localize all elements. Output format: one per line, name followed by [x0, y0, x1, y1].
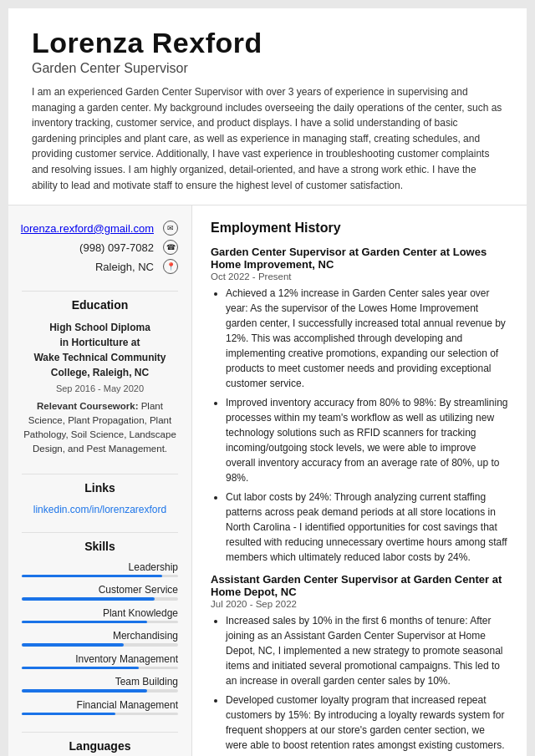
job-bullets: Achieved a 12% increase in Garden Center… [211, 286, 508, 565]
job-title: Garden Center Supervisor at Garden Cente… [211, 246, 508, 271]
skill-item: Customer Service [22, 584, 178, 601]
contact-phone-row: (998) 097-7082 ☎ [22, 240, 178, 255]
coursework: Relevant Coursework: Plant Science, Plan… [22, 399, 178, 457]
education-title: Education [22, 298, 178, 312]
job-bullets: Increased sales by 10% in the first 6 mo… [211, 613, 508, 756]
candidate-summary: I am an experienced Garden Center Superv… [32, 84, 503, 193]
skills-section: Skills Leadership Customer Service Plant… [22, 540, 178, 716]
job-bullet: Increased sales by 10% in the first 6 mo… [226, 613, 508, 688]
contact-section: lorenza.rexford@gmail.com ✉ (998) 097-70… [22, 221, 178, 274]
skill-bar-fill [22, 597, 155, 601]
skill-label: Financial Management [22, 699, 178, 711]
phone-text: (998) 097-7082 [79, 241, 154, 254]
candidate-job-title: Garden Center Supervisor [32, 61, 503, 76]
job-dates: Oct 2022 - Present [211, 271, 508, 282]
skill-item: Team Building [22, 676, 178, 693]
skills-title: Skills [22, 540, 178, 553]
job-block: Assistant Garden Center Supervisor at Ga… [211, 573, 508, 756]
skill-item: Financial Management [22, 699, 178, 716]
header-section: Lorenza Rexford Garden Center Supervisor… [8, 8, 527, 205]
skill-bar-bg [22, 689, 178, 693]
education-block: High School Diplomain Horticulture atWak… [22, 320, 178, 457]
divider-1 [22, 291, 178, 292]
skill-label: Merchandising [22, 630, 178, 642]
skill-item: Leadership [22, 561, 178, 578]
linkedin-link[interactable]: linkedin.com/in/lorenzarexford [33, 504, 166, 515]
degree-text: High School Diplomain Horticulture atWak… [33, 322, 166, 378]
job-bullet: Achieved a 12% increase in Garden Center… [226, 286, 508, 391]
edu-dates: Sep 2016 - May 2020 [22, 382, 178, 396]
job-block: Garden Center Supervisor at Garden Cente… [211, 246, 508, 565]
location-icon: 📍 [163, 259, 178, 274]
skill-item: Merchandising [22, 630, 178, 647]
resume-container: Lorenza Rexford Garden Center Supervisor… [8, 8, 527, 756]
skill-bar-fill [22, 643, 124, 647]
links-section: Links linkedin.com/in/lorenzarexford [22, 481, 178, 515]
skill-bar-fill [22, 621, 147, 624]
languages-section: Languages English [22, 739, 178, 756]
phone-icon: ☎ [163, 240, 178, 255]
skill-bar-bg [22, 643, 178, 647]
divider-3 [22, 532, 178, 533]
skill-bar-bg [22, 575, 178, 578]
skill-label: Inventory Management [22, 653, 178, 665]
jobs-list: Garden Center Supervisor at Garden Cente… [211, 246, 508, 756]
skill-bar-bg [22, 597, 178, 601]
skill-bar-fill [22, 667, 139, 670]
contact-email-row: lorenza.rexford@gmail.com ✉ [22, 221, 178, 236]
skill-label: Leadership [22, 561, 178, 573]
skill-item: Plant Knowledge [22, 607, 178, 624]
skill-bar-bg [22, 667, 178, 670]
divider-2 [22, 474, 178, 474]
links-title: Links [22, 481, 178, 495]
email-icon: ✉ [163, 221, 178, 236]
skill-label: Customer Service [22, 584, 178, 596]
job-dates: Jul 2020 - Sep 2022 [211, 599, 508, 609]
job-bullet: Cut labor costs by 24%: Through analyzin… [226, 490, 508, 565]
candidate-name: Lorenza Rexford [32, 27, 503, 59]
skills-list: Leadership Customer Service Plant Knowle… [22, 561, 178, 716]
skill-bar-bg [22, 621, 178, 624]
left-column: lorenza.rexford@gmail.com ✉ (998) 097-70… [8, 205, 192, 756]
location-text: Raleigh, NC [95, 261, 154, 273]
skill-bar-fill [22, 713, 115, 716]
job-title: Assistant Garden Center Supervisor at Ga… [211, 573, 508, 598]
body-columns: lorenza.rexford@gmail.com ✉ (998) 097-70… [8, 205, 527, 756]
right-column: Employment History Garden Center Supervi… [192, 205, 527, 756]
employment-section: Employment History Garden Center Supervi… [211, 221, 508, 756]
education-section: Education High School Diplomain Horticul… [22, 298, 178, 457]
employment-title: Employment History [211, 221, 508, 239]
skill-bar-fill [22, 575, 162, 578]
skill-label: Plant Knowledge [22, 607, 178, 619]
job-bullet: Improved inventory accuracy from 80% to … [226, 395, 508, 485]
job-bullet: Developed customer loyalty program that … [226, 693, 508, 756]
skill-item: Inventory Management [22, 653, 178, 670]
skill-bar-bg [22, 713, 178, 716]
languages-title: Languages [22, 739, 178, 753]
email-link[interactable]: lorenza.rexford@gmail.com [21, 222, 154, 235]
skill-label: Team Building [22, 676, 178, 688]
divider-4 [22, 732, 178, 733]
contact-location-row: Raleigh, NC 📍 [22, 259, 178, 274]
skill-bar-fill [22, 689, 147, 693]
